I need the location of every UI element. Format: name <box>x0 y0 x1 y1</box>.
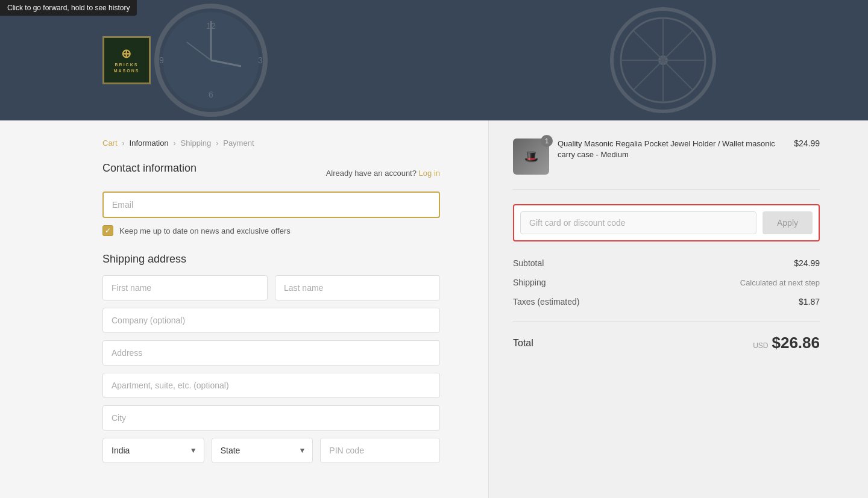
email-input[interactable] <box>102 191 440 218</box>
order-summary: Subtotal $24.99 Shipping Calculated at n… <box>513 254 820 311</box>
discount-code-input[interactable] <box>520 211 756 234</box>
breadcrumb-cart[interactable]: Cart <box>102 139 118 148</box>
svg-text:9: 9 <box>159 55 164 65</box>
pin-input[interactable] <box>320 438 440 463</box>
name-row <box>102 275 440 300</box>
logo-symbol: ⊕ <box>121 46 132 61</box>
city-input[interactable] <box>102 405 440 431</box>
shipping-row: Shipping Calculated at next step <box>513 273 820 292</box>
breadcrumb-shipping: Shipping <box>181 139 212 148</box>
product-details: Quality Masonic Regalia Pocket Jewel Hol… <box>558 139 785 160</box>
newsletter-label: Keep me up to date on news and exclusive… <box>119 226 291 235</box>
breadcrumb-sep-3: › <box>216 139 218 148</box>
site-logo[interactable]: ⊕ BRICKSMASONS <box>102 36 151 84</box>
apt-input[interactable] <box>102 373 440 398</box>
total-value-wrapper: USD $26.86 <box>753 334 820 352</box>
shipping-section: Shipping address India <box>102 253 440 463</box>
newsletter-checkbox[interactable]: ✓ <box>102 225 113 236</box>
main-layout: Cart › Information › Shipping › Payment … <box>0 120 868 498</box>
breadcrumb: Cart › Information › Shipping › Payment <box>102 139 440 148</box>
total-amount: $26.86 <box>772 334 820 352</box>
breadcrumb-sep-2: › <box>174 139 176 148</box>
left-panel: Cart › Information › Shipping › Payment … <box>0 120 488 498</box>
company-group <box>102 308 440 333</box>
company-input[interactable] <box>102 308 440 333</box>
login-prompt: Already have an account? Log in <box>326 169 440 178</box>
apt-group <box>102 373 440 398</box>
right-panel: 🎩 1 Quality Masonic Regalia Pocket Jewel… <box>488 120 868 498</box>
apply-discount-button[interactable]: Apply <box>763 211 813 234</box>
product-price: $24.99 <box>794 139 820 148</box>
product-image-wrapper: 🎩 1 <box>513 139 549 175</box>
taxes-label: Taxes (estimated) <box>513 297 579 307</box>
summary-divider <box>513 321 820 322</box>
breadcrumb-information: Information <box>130 139 169 148</box>
header-banner: 12 6 9 3 ⊕ BRICKSMASONS <box>0 0 868 120</box>
country-wrapper: India ▼ <box>102 438 204 463</box>
browser-tooltip: Click to go forward, hold to see history <box>0 0 137 16</box>
last-name-input[interactable] <box>275 275 440 300</box>
shipping-summary-value: Calculated at next step <box>740 278 820 287</box>
total-label: Total <box>513 338 533 349</box>
breadcrumb-sep-1: › <box>122 139 125 148</box>
contact-header: Contact information Already have an acco… <box>102 162 440 184</box>
total-row: Total USD $26.86 <box>513 326 820 359</box>
login-link[interactable]: Log in <box>419 169 440 178</box>
region-row: India ▼ State ▼ <box>102 438 440 463</box>
first-name-input[interactable] <box>102 275 268 300</box>
product-name: Quality Masonic Regalia Pocket Jewel Hol… <box>558 139 785 160</box>
svg-text:3: 3 <box>258 55 263 65</box>
country-select[interactable]: India <box>102 438 204 463</box>
contact-section: Contact information Already have an acco… <box>102 162 440 236</box>
logo-text: BRICKSMASONS <box>114 62 140 74</box>
contact-title: Contact information <box>102 162 197 175</box>
state-wrapper: State ▼ <box>212 438 313 463</box>
shipping-summary-label: Shipping <box>513 278 546 287</box>
subtotal-label: Subtotal <box>513 258 544 268</box>
subtotal-row: Subtotal $24.99 <box>513 254 820 273</box>
newsletter-row: ✓ Keep me up to date on news and exclusi… <box>102 225 440 236</box>
city-group <box>102 405 440 431</box>
discount-section: Apply <box>513 204 820 241</box>
product-quantity-badge: 1 <box>541 135 553 147</box>
state-select[interactable]: State <box>212 438 313 463</box>
taxes-row: Taxes (estimated) $1.87 <box>513 292 820 311</box>
svg-text:12: 12 <box>206 21 216 31</box>
address-input[interactable] <box>102 340 440 366</box>
product-item: 🎩 1 Quality Masonic Regalia Pocket Jewel… <box>513 139 820 190</box>
shipping-title: Shipping address <box>102 253 440 266</box>
svg-text:6: 6 <box>209 90 213 99</box>
address-group <box>102 340 440 366</box>
taxes-value: $1.87 <box>799 297 820 307</box>
subtotal-value: $24.99 <box>794 258 820 268</box>
breadcrumb-payment: Payment <box>223 139 254 148</box>
checkbox-check-icon: ✓ <box>105 226 111 235</box>
total-currency: USD <box>753 341 768 350</box>
